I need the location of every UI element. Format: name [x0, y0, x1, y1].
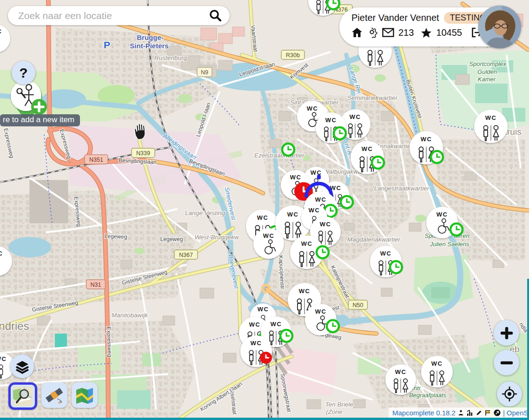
map-label: Ten Briele: [325, 401, 353, 408]
zoom-in-button[interactable]: [494, 320, 519, 346]
svg-text:WC: WC: [380, 250, 392, 257]
map-label: Julien Saelens: [430, 241, 469, 248]
map-label: Gulden: [477, 68, 497, 75]
svg-text:WC: WC: [485, 114, 497, 121]
map-label: Sportcomplex: [469, 60, 506, 67]
add-item-tooltip: re to add a new item: [0, 114, 80, 126]
map-label: Ezelstraatkwartier: [254, 152, 304, 159]
theme-icon[interactable]: [485, 410, 491, 416]
svg-text:WC: WC: [257, 214, 269, 221]
map-canvas[interactable]: Brugge-Sint-PietersRustenburgSint-Gillis…: [0, 0, 529, 420]
background-option-osm[interactable]: [8, 382, 37, 410]
map-label: Kamer: [478, 76, 496, 83]
inbox-count[interactable]: 213: [398, 27, 414, 38]
background-chooser: [8, 382, 98, 410]
road-shield: N9: [197, 67, 212, 77]
map-label: Rustenburg: [154, 54, 187, 61]
svg-text:WC: WC: [0, 355, 7, 362]
toilet-pin[interactable]: WC: [350, 141, 384, 174]
toilet-pin[interactable]: WC: [410, 131, 443, 164]
plus-icon: [500, 326, 514, 340]
svg-text:WC: WC: [258, 306, 269, 313]
search-icon[interactable]: [207, 8, 223, 24]
svg-text:WC: WC: [395, 368, 407, 375]
map-label: Manitobawijk: [112, 312, 148, 319]
road-shield: N339: [132, 148, 155, 158]
svg-text:N367: N367: [179, 252, 193, 258]
toilet-pin[interactable]: WC: [421, 356, 453, 387]
attribution-separator: |: [503, 409, 505, 417]
world-map-icon: [74, 386, 95, 405]
map-label: (Zone: [326, 408, 342, 415]
road-shield: N31: [86, 280, 106, 289]
contributors-icon[interactable]: [458, 410, 464, 416]
osm-logo-icon[interactable]: [494, 409, 501, 416]
geolocate-button[interactable]: [497, 381, 522, 407]
toilet-pin[interactable]: WC: [385, 364, 416, 395]
help-label: ?: [19, 65, 27, 81]
envelope-icon[interactable]: [382, 28, 394, 37]
svg-text:WC: WC: [309, 207, 320, 214]
osm-map-thumbnail-icon: [13, 387, 33, 406]
map-label: Expressweg: [106, 327, 113, 357]
status-badge[interactable]: [282, 144, 294, 156]
background-option-map[interactable]: [72, 382, 98, 408]
satellite-icon: [44, 385, 65, 406]
toilet-pin[interactable]: WC: [253, 228, 284, 259]
star-count[interactable]: 10455: [436, 27, 462, 38]
svg-text:WC: WC: [0, 250, 3, 257]
svg-text:WC: WC: [0, 28, 2, 35]
svg-text:WC: WC: [315, 196, 327, 203]
road-shield: R30b: [281, 50, 304, 59]
svg-text:WC: WC: [249, 321, 261, 328]
zoom-out-button[interactable]: [494, 350, 519, 375]
home-icon[interactable]: [351, 27, 363, 38]
search-input[interactable]: [17, 10, 207, 22]
user-avatar[interactable]: [478, 6, 521, 48]
osm-link[interactable]: OpenStreetMap: [507, 409, 529, 417]
statistics-icon[interactable]: [467, 410, 473, 416]
svg-text:R30b: R30b: [286, 52, 300, 59]
gear-icon[interactable]: [367, 27, 378, 38]
map-label: Magdalenakwartier: [347, 236, 401, 243]
svg-text:N351: N351: [89, 157, 103, 163]
svg-text:WC: WC: [362, 145, 373, 152]
svg-text:WC: WC: [431, 360, 443, 367]
background-option-satellite[interactable]: [41, 382, 67, 408]
layer-selection-button[interactable]: [10, 354, 34, 378]
toilet-pin[interactable]: WC: [316, 112, 346, 143]
svg-text:WC: WC: [263, 232, 275, 239]
svg-text:WC: WC: [290, 174, 302, 181]
svg-text:WC: WC: [299, 288, 311, 295]
attribution-bar: Mapcomplete 0.18.2 | OpenStreetMap: [389, 407, 527, 418]
svg-text:WC: WC: [301, 240, 313, 247]
map-label: Begraafplaats: [409, 392, 447, 399]
map-label: ndries: [0, 320, 29, 332]
svg-text:N339: N339: [136, 150, 150, 157]
map-label: Legeweg: [105, 233, 127, 240]
svg-text:N50: N50: [353, 302, 364, 308]
hand-cursor-icon: [131, 122, 149, 141]
search-bar[interactable]: [8, 6, 230, 25]
edit-icon[interactable]: [476, 410, 482, 416]
svg-text:WC: WC: [251, 340, 262, 347]
help-button[interactable]: ?: [12, 61, 35, 85]
minus-icon: [500, 356, 514, 370]
svg-text:WC: WC: [315, 308, 327, 315]
user-name[interactable]: Pieter Vander Vennet: [351, 13, 439, 23]
mapcomplete-app: { "search": { "placeholder": "Zoek naar …: [0, 0, 529, 420]
map-label: West-Bruggekw: [194, 234, 239, 241]
svg-text:WC: WC: [325, 117, 337, 124]
svg-text:WC: WC: [287, 211, 299, 218]
star-icon: [421, 27, 432, 38]
app-version-link[interactable]: Mapcomplete 0.18.2: [392, 409, 456, 417]
toilet-pin[interactable]: WC: [240, 335, 272, 367]
map-label: Sint-Pieters: [130, 42, 168, 50]
svg-text:WC: WC: [307, 105, 318, 112]
svg-text:N31: N31: [91, 282, 101, 288]
toilet-pin[interactable]: WC: [474, 110, 508, 143]
map-label: Brugge-: [137, 33, 164, 41]
bottom-edge-bar: [0, 418, 529, 420]
svg-text:WC: WC: [320, 221, 331, 228]
map-label: Langestraatkwartier: [374, 185, 430, 192]
